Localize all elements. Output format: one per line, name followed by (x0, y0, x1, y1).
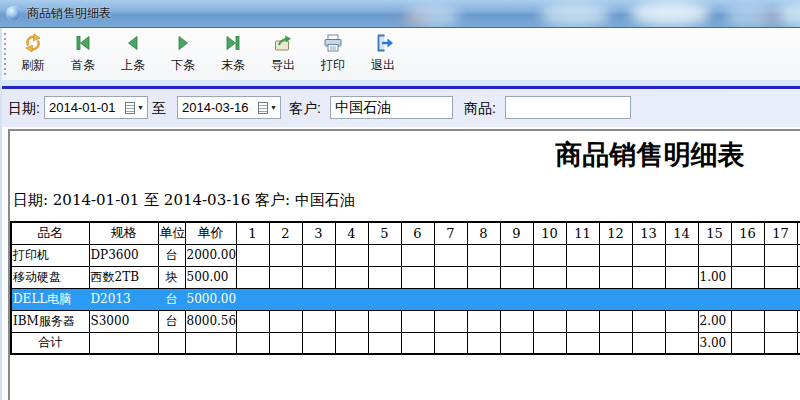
table-row[interactable]: 打印机DP3600台2000.00 (11, 244, 800, 266)
table-row[interactable]: DELL电脑D2013台5000.00 (11, 288, 800, 310)
day-cell (500, 288, 533, 310)
spec-cell: D2013 (89, 288, 158, 310)
last-record-icon (222, 32, 244, 54)
next-record-icon (172, 32, 194, 54)
column-header: 单位 (158, 222, 185, 244)
day-column-header: 10 (533, 222, 566, 244)
day-column-header: 14 (665, 222, 698, 244)
day-cell: 2.00 (698, 310, 731, 332)
first-record-icon (72, 32, 94, 54)
toolbar-grip[interactable] (3, 32, 8, 76)
filter-bar: 日期: 2014-01-01 ▼ 至 2014-03-16 ▼ 客户: 商品: (0, 89, 800, 127)
last-record-button[interactable]: 末条 (210, 30, 256, 78)
day-cell (269, 244, 302, 266)
day-cell (632, 310, 665, 332)
day-cell (335, 310, 368, 332)
dropdown-arrow-icon[interactable]: ▼ (270, 103, 277, 113)
toolbar-button-label: 下条 (171, 57, 195, 74)
toolbar-button-label: 刷新 (21, 57, 45, 74)
calendar-icon (258, 102, 268, 114)
day-column-header: 5 (368, 222, 401, 244)
dropdown-arrow-icon[interactable]: ▼ (137, 103, 144, 113)
table-row[interactable]: IBM服务器S3000台8000.562.00 (11, 310, 800, 332)
day-cell (731, 244, 764, 266)
day-cell (368, 332, 401, 354)
price-cell (185, 332, 236, 354)
unit-cell: 块 (158, 266, 185, 288)
day-cell (467, 288, 500, 310)
day-cell (368, 310, 401, 332)
day-cell (632, 332, 665, 354)
toolbar-button-label: 打印 (321, 57, 345, 74)
exit-button[interactable]: 退出 (360, 30, 406, 78)
day-cell (236, 244, 269, 266)
day-column-header: 15 (698, 222, 731, 244)
report-subtitle: 日期: 2014-01-01 至 2014-03-16 客户: 中国石油 (13, 191, 355, 210)
day-cell (665, 332, 698, 354)
next-record-button[interactable]: 下条 (160, 30, 206, 78)
export-button[interactable]: 导出 (260, 30, 306, 78)
day-cell (269, 288, 302, 310)
spec-cell: S3000 (89, 310, 158, 332)
print-button[interactable]: 打印 (310, 30, 356, 78)
previous-record-button[interactable]: 上条 (110, 30, 156, 78)
day-cell (632, 288, 665, 310)
report-title: 商品销售明细表 (556, 137, 745, 173)
date-label: 日期: (8, 97, 40, 119)
day-cell (335, 266, 368, 288)
day-cell (566, 310, 599, 332)
total-row[interactable]: 合计3.00 (11, 332, 800, 354)
day-cell (401, 266, 434, 288)
day-cell (533, 332, 566, 354)
previous-record-icon (122, 32, 144, 54)
day-cell (236, 288, 269, 310)
spec-cell: DP3600 (89, 244, 158, 266)
day-cell (467, 310, 500, 332)
calendar-icon (125, 102, 135, 114)
customer-input[interactable] (330, 96, 453, 119)
day-cell (434, 266, 467, 288)
day-cell (731, 310, 764, 332)
blurred-area (540, 4, 610, 26)
day-cell (764, 332, 797, 354)
print-icon (322, 32, 344, 54)
day-cell (665, 288, 698, 310)
table-row[interactable]: 移动硬盘西数2TB块500.001.00 (11, 266, 800, 288)
table-header-row: 品名规格单位单价123456789101112131415161718 (11, 222, 800, 244)
product-input[interactable] (505, 96, 631, 119)
day-cell (599, 266, 632, 288)
day-cell (269, 310, 302, 332)
day-cell: 3.00 (698, 332, 731, 354)
window-title: 商品销售明细表 (27, 5, 111, 22)
price-cell: 5000.00 (185, 288, 236, 310)
day-cell (665, 310, 698, 332)
day-cell (731, 288, 764, 310)
unit-cell: 台 (158, 310, 185, 332)
day-cell (335, 244, 368, 266)
day-cell (368, 266, 401, 288)
day-cell (764, 310, 797, 332)
name-cell: 移动硬盘 (11, 266, 89, 288)
blurred-area (758, 13, 784, 23)
refresh-button[interactable]: 刷新 (10, 30, 56, 78)
spec-cell (89, 332, 158, 354)
date-from-picker[interactable]: 2014-01-01 ▼ (44, 96, 148, 119)
day-cell (467, 332, 500, 354)
column-header: 规格 (89, 222, 158, 244)
day-cell (731, 266, 764, 288)
day-cell (566, 244, 599, 266)
day-cell (500, 266, 533, 288)
unit-cell (158, 332, 185, 354)
toolbar-button-label: 首条 (71, 57, 95, 74)
day-cell (533, 310, 566, 332)
day-cell (566, 266, 599, 288)
day-column-header: 1 (236, 222, 269, 244)
first-record-button[interactable]: 首条 (60, 30, 106, 78)
day-cell (764, 266, 797, 288)
day-cell (434, 332, 467, 354)
day-cell (566, 332, 599, 354)
date-to-picker[interactable]: 2014-03-16 ▼ (177, 96, 281, 119)
day-cell (269, 332, 302, 354)
customer-label: 客户: (289, 97, 321, 119)
spec-cell: 西数2TB (89, 266, 158, 288)
